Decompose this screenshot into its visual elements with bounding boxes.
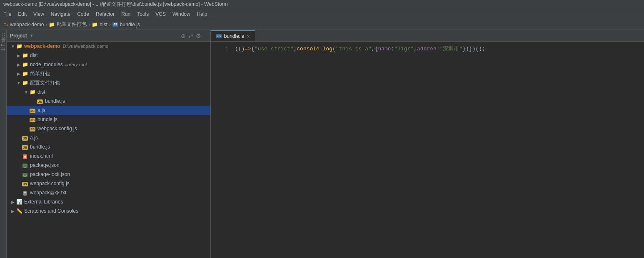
breadcrumb-label-2: dist	[100, 22, 107, 27]
tree-item-bundle-js-root[interactable]: JS bundle.js	[7, 142, 210, 151]
menu-refactor[interactable]: Refactor	[92, 10, 118, 18]
scratches-icon: ✏️	[16, 208, 22, 214]
html-icon-index: H	[22, 153, 28, 159]
menu-file[interactable]: File	[0, 10, 15, 18]
project-panel: Project ▾ ⊕ ⇄ ⚙ − ▼ 📁 webpack-demo D:\vu…	[7, 30, 211, 258]
folder-icon-node-modules: 📁	[22, 62, 28, 67]
breadcrumb-label-0: webpack-demo	[10, 22, 44, 27]
tree-label-external-libs: External Libraries	[24, 199, 63, 205]
tab-js-icon: JS	[216, 34, 222, 38]
breadcrumb-item-1[interactable]: 📁 配置文件打包	[49, 21, 87, 28]
tree-label-index-html: index.html	[30, 153, 53, 159]
project-header: Project ▾ ⊕ ⇄ ⚙ −	[7, 30, 210, 42]
line-number-1: 1	[212, 45, 228, 53]
tree-item-webpack-config-root[interactable]: JS webpack.config.js	[7, 179, 210, 188]
js-icon-bundle-dist: JS	[37, 98, 43, 104]
tree-item-package-json[interactable]: { } package.json	[7, 161, 210, 170]
editor-content[interactable]: 1 (()=>{"use strict";console.log("this i…	[211, 42, 644, 258]
breadcrumb-sep-2: ›	[88, 22, 90, 27]
json-icon-package: { }	[22, 162, 28, 168]
menu-help[interactable]: Help	[194, 10, 211, 18]
menu-window[interactable]: Window	[169, 10, 194, 18]
tree-arrow-config-pack: ▼	[16, 81, 22, 85]
tree-label-webpack-demo: webpack-demo	[24, 43, 60, 49]
tree-item-bundle-js-config[interactable]: JS bundle.js	[7, 115, 210, 124]
tree-label-package-lock: package-lock.json	[30, 171, 70, 177]
tree-arrow-ext-libs: ▶	[10, 200, 16, 204]
json-icon-package-lock: { }	[22, 171, 28, 177]
breadcrumb-bar: 🗂 webpack-demo › 📁 配置文件打包 › 📁 dist › JS …	[0, 19, 644, 30]
menu-code[interactable]: Code	[74, 10, 92, 18]
tree-path-webpack-demo: D:\vue\webpack-demo	[63, 44, 108, 49]
breadcrumb-item-2[interactable]: 📁 dist	[92, 22, 107, 27]
menu-bar: File Edit View Navigate Code Refactor Ru…	[0, 9, 644, 19]
minimize-icon[interactable]: −	[204, 32, 207, 39]
folder-icon-config-pack: 📁	[22, 80, 28, 86]
menu-tools[interactable]: Tools	[134, 10, 152, 18]
folder-icon-simple-pack: 📁	[22, 71, 28, 77]
tree-item-dist-root[interactable]: ▶ 📁 dist	[7, 51, 210, 60]
tree-arrow-dist-root: ▶	[16, 53, 22, 58]
file-tree: ▼ 📁 webpack-demo D:\vue\webpack-demo ▶ 📁…	[7, 42, 210, 258]
breadcrumb-sep-1: ›	[45, 22, 47, 27]
tab-label-bundle: bundle.js	[224, 33, 244, 39]
tree-item-node-modules[interactable]: ▶ 📁 node_modules library root	[7, 60, 210, 69]
project-dropdown-arrow[interactable]: ▾	[30, 33, 33, 38]
side-tab-project[interactable]: 1: Project	[0, 32, 6, 52]
tree-item-scratches[interactable]: ▶ ✏️ Scratches and Consoles	[7, 206, 210, 216]
folder-icon-dist-sub: 📁	[29, 89, 36, 95]
tree-label-a-root: a.js	[30, 135, 38, 141]
tree-item-bundle-js-dist[interactable]: JS bundle.js	[7, 97, 210, 106]
tab-close-bundle[interactable]: ✕	[247, 34, 250, 39]
menu-view[interactable]: View	[30, 10, 47, 18]
tree-item-a-js-root[interactable]: JS a.js	[7, 133, 210, 142]
tree-annotation-library-root: library root	[65, 62, 87, 67]
tree-item-webpack-config[interactable]: JS webpack.config.js	[7, 124, 210, 133]
js-icon-webpack-config: JS	[29, 126, 36, 131]
tree-label-webpack-cmd: webpack命令.txt	[30, 189, 66, 196]
menu-vcs[interactable]: VCS	[152, 10, 169, 18]
menu-navigate[interactable]: Navigate	[47, 10, 74, 18]
tree-item-simple-pack[interactable]: ▶ 📁 简单打包	[7, 69, 210, 78]
tree-label-scratches: Scratches and Consoles	[24, 208, 78, 214]
menu-run[interactable]: Run	[118, 10, 134, 18]
tree-arrow-root: ▼	[10, 44, 16, 49]
collapse-all-icon[interactable]: ⇄	[188, 32, 193, 39]
tab-bundle-js[interactable]: JS bundle.js ✕	[211, 30, 255, 41]
js-icon-bundle-config: JS	[29, 117, 36, 122]
folder-icon-dist-root: 📁	[22, 52, 28, 58]
editor-area: JS bundle.js ✕ 1 (()=>{"use strict";cons…	[211, 30, 644, 258]
breadcrumb-item-0[interactable]: 🗂 webpack-demo	[3, 22, 44, 27]
tree-label-dist-root: dist	[30, 52, 38, 58]
tree-item-package-lock-json[interactable]: { } package-lock.json	[7, 170, 210, 179]
add-scope-icon[interactable]: ⊕	[181, 32, 186, 39]
breadcrumb-sep-3: ›	[109, 22, 111, 27]
tab-bar: JS bundle.js ✕	[211, 30, 644, 42]
tree-item-index-html[interactable]: H index.html	[7, 151, 210, 161]
tree-item-dist-sub[interactable]: ▼ 📁 dist	[7, 87, 210, 97]
tree-item-a-js-selected[interactable]: JS a.js	[7, 106, 210, 115]
settings-icon[interactable]: ⚙	[196, 32, 201, 39]
tree-item-external-libs[interactable]: ▶ 📊 External Libraries	[7, 197, 210, 206]
js-icon-a-root: JS	[22, 135, 28, 141]
line-numbers: 1	[211, 42, 232, 258]
menu-edit[interactable]: Edit	[15, 10, 30, 18]
breadcrumb-item-3[interactable]: JS bundle.js	[112, 22, 140, 27]
tree-label-webpack-config-root: webpack.config.js	[30, 181, 70, 186]
project-header-icons: ⊕ ⇄ ⚙ −	[181, 32, 207, 39]
side-tab: 1: Project	[0, 30, 7, 258]
breadcrumb-js-icon: JS	[112, 22, 118, 27]
js-icon-webpack-root: JS	[22, 181, 28, 186]
ext-lib-icon: 📊	[16, 199, 22, 205]
breadcrumb-label-3: bundle.js	[120, 22, 140, 27]
js-icon-a-js: JS	[29, 107, 36, 113]
tree-item-config-pack[interactable]: ▼ 📁 配置文件打包	[7, 78, 210, 87]
breadcrumb-label-1: 配置文件打包	[57, 21, 87, 28]
tree-item-webpack-demo-root[interactable]: ▼ 📁 webpack-demo D:\vue\webpack-demo	[7, 42, 210, 51]
tree-label-simple-pack: 简单打包	[30, 70, 50, 77]
tree-arrow-scratches: ▶	[10, 209, 16, 213]
tree-item-webpack-cmd[interactable]: T webpack命令.txt	[7, 188, 210, 197]
tree-arrow-node-modules: ▶	[16, 62, 22, 67]
tree-label-dist-sub: dist	[37, 89, 45, 95]
code-area[interactable]: (()=>{"use strict";console.log("this is …	[232, 42, 644, 258]
